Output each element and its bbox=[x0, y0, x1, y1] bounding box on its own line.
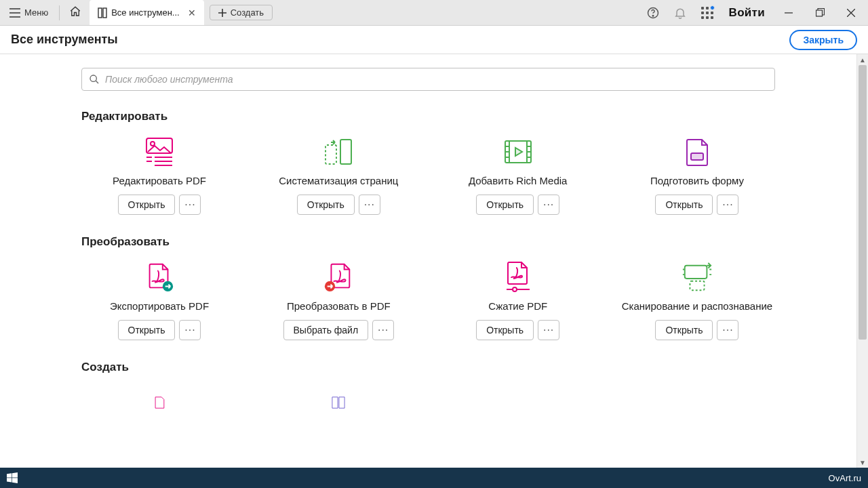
bell-icon bbox=[673, 6, 687, 20]
prepare-form-icon bbox=[681, 136, 713, 168]
tool-actions: Открыть ··· bbox=[476, 320, 559, 340]
window-maximize[interactable] bbox=[807, 2, 833, 24]
combine-files-icon bbox=[322, 386, 355, 419]
notifications-button[interactable] bbox=[669, 2, 691, 24]
tool-prepare-form: Подготовить форму Открыть ··· bbox=[619, 136, 775, 215]
svg-rect-4 bbox=[816, 10, 822, 16]
more-button[interactable]: ··· bbox=[372, 320, 394, 340]
tool-actions: Открыть ··· bbox=[118, 320, 201, 340]
more-button[interactable]: ··· bbox=[179, 195, 201, 215]
titlebar-right: Войти bbox=[642, 2, 868, 24]
create-label: Создать bbox=[231, 7, 264, 18]
scrollbar[interactable]: ▲ ▼ bbox=[856, 54, 868, 468]
scroll-track[interactable] bbox=[857, 65, 868, 457]
open-button[interactable]: Открыть bbox=[655, 195, 713, 215]
tool-actions: Открыть ··· bbox=[297, 195, 380, 215]
tool-label: Редактировать PDF bbox=[113, 175, 206, 188]
search-input[interactable] bbox=[105, 74, 768, 85]
svg-rect-16 bbox=[690, 281, 704, 290]
window-minimize[interactable] bbox=[776, 2, 802, 24]
svg-rect-8 bbox=[340, 140, 351, 164]
hamburger-icon bbox=[9, 8, 20, 18]
notification-dot bbox=[710, 5, 715, 10]
home-icon bbox=[69, 5, 81, 18]
svg-point-14 bbox=[513, 287, 517, 291]
more-button[interactable]: ··· bbox=[717, 320, 738, 340]
tool-actions: Открыть ··· bbox=[118, 195, 201, 215]
apps-button[interactable] bbox=[696, 2, 718, 24]
tool-label: Сканирование и распознавание bbox=[622, 300, 772, 313]
organize-pages-icon bbox=[322, 136, 355, 168]
tool-label: Сжатие PDF bbox=[488, 300, 547, 313]
page-header: Все инструменты Закрыть bbox=[0, 26, 868, 54]
separator bbox=[59, 5, 60, 20]
svg-rect-1 bbox=[103, 8, 106, 18]
rich-media-icon bbox=[502, 136, 534, 168]
more-button[interactable]: ··· bbox=[359, 195, 380, 215]
close-icon bbox=[847, 9, 855, 17]
tool-actions: Открыть ··· bbox=[655, 320, 738, 340]
compress-pdf-icon bbox=[502, 261, 534, 293]
open-button[interactable]: Открыть bbox=[297, 195, 355, 215]
open-button[interactable]: Открыть bbox=[118, 320, 176, 340]
tool-label: Экспортировать PDF bbox=[110, 300, 209, 313]
search-icon bbox=[89, 74, 100, 85]
scroll-thumb[interactable] bbox=[859, 65, 867, 340]
tools-grid-edit: Редактировать PDF Открыть ··· Систематиз… bbox=[81, 136, 775, 215]
menu-label: Меню bbox=[24, 7, 48, 18]
content-wrap: Редактировать Редактировать PDF Открыть … bbox=[0, 54, 868, 468]
open-button[interactable]: Открыть bbox=[476, 195, 534, 215]
help-icon bbox=[646, 6, 660, 20]
close-page-button[interactable]: Закрыть bbox=[789, 30, 857, 50]
active-tab[interactable]: Все инструмен... ✕ bbox=[90, 0, 204, 25]
new-tab-button[interactable]: Создать bbox=[210, 5, 273, 20]
open-button[interactable]: Открыть bbox=[118, 195, 176, 215]
more-button[interactable]: ··· bbox=[538, 195, 559, 215]
more-button[interactable]: ··· bbox=[538, 320, 559, 340]
tool-actions: Открыть ··· bbox=[655, 195, 738, 215]
taskbar-brand: OvArt.ru bbox=[829, 473, 861, 483]
tool-actions: Выбрать файл ··· bbox=[283, 320, 395, 340]
section-title-edit: Редактировать bbox=[81, 110, 775, 123]
tool-convert-to-pdf: Преобразовать в PDF Выбрать файл ··· bbox=[260, 261, 416, 340]
plus-icon bbox=[218, 9, 226, 17]
windows-icon bbox=[7, 472, 18, 483]
start-button[interactable] bbox=[7, 472, 18, 483]
tool-label: Добавить Rich Media bbox=[469, 175, 568, 188]
edit-pdf-icon bbox=[143, 136, 176, 168]
maximize-icon bbox=[816, 8, 825, 17]
tool-edit-pdf: Редактировать PDF Открыть ··· bbox=[81, 136, 237, 215]
scan-ocr-icon bbox=[681, 261, 713, 293]
svg-point-3 bbox=[652, 15, 654, 16]
scroll-up-icon[interactable]: ▲ bbox=[857, 54, 868, 65]
search-box[interactable] bbox=[81, 68, 775, 91]
svg-rect-15 bbox=[685, 265, 707, 278]
tool-organize-pages: Систематизация страниц Открыть ··· bbox=[260, 136, 416, 215]
svg-point-7 bbox=[151, 142, 155, 146]
choose-file-button[interactable]: Выбрать файл bbox=[283, 320, 369, 340]
export-pdf-icon bbox=[143, 261, 176, 293]
open-button[interactable]: Открыть bbox=[655, 320, 713, 340]
svg-rect-11 bbox=[691, 153, 703, 160]
tool-actions: Открыть ··· bbox=[476, 195, 559, 215]
signin-button[interactable]: Войти bbox=[724, 6, 770, 20]
svg-rect-9 bbox=[326, 145, 336, 164]
open-button[interactable]: Открыть bbox=[476, 320, 534, 340]
close-tab-icon[interactable]: ✕ bbox=[188, 7, 196, 18]
scroll-down-icon[interactable]: ▼ bbox=[857, 457, 868, 468]
page-title: Все инструменты bbox=[11, 33, 118, 47]
section-title-create: Создать bbox=[81, 361, 775, 374]
create-pdf-icon bbox=[143, 386, 176, 419]
more-button[interactable]: ··· bbox=[179, 320, 201, 340]
convert-to-pdf-icon bbox=[322, 261, 355, 293]
menu-button[interactable]: Меню bbox=[3, 3, 55, 22]
tool-create-2 bbox=[260, 386, 416, 419]
home-button[interactable] bbox=[64, 1, 87, 24]
tool-rich-media: Добавить Rich Media Открыть ··· bbox=[440, 136, 596, 215]
svg-point-5 bbox=[90, 75, 96, 81]
window-close[interactable] bbox=[838, 2, 864, 24]
more-button[interactable]: ··· bbox=[717, 195, 738, 215]
tools-icon bbox=[98, 7, 107, 18]
help-button[interactable] bbox=[642, 2, 664, 24]
content: Редактировать Редактировать PDF Открыть … bbox=[0, 54, 856, 468]
